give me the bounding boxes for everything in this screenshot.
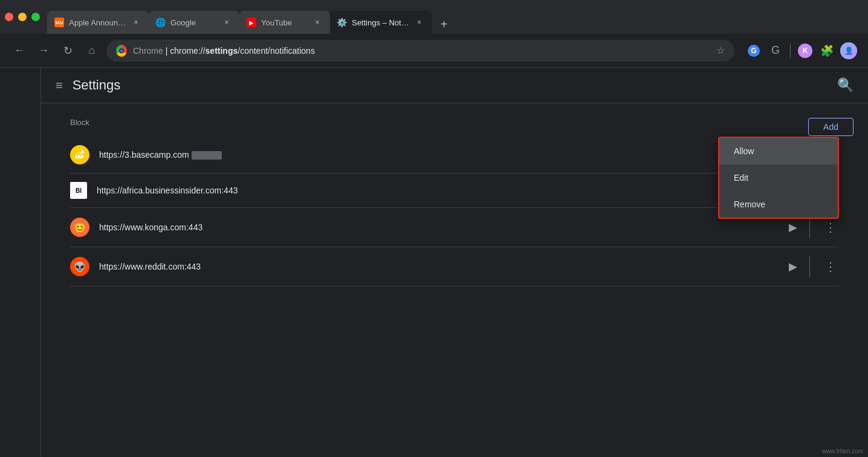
favicon-reddit: 👽 — [70, 257, 89, 276]
tab-title-settings: Settings – Not… — [352, 18, 409, 27]
entry-reddit: 👽 https://www.reddit.com:443 ▶ ⋮ — [70, 247, 839, 287]
expand-konga-icon[interactable]: ▶ — [789, 221, 797, 234]
new-tab-button[interactable]: + — [435, 15, 454, 34]
watermark: www.frfam.com — [822, 448, 863, 455]
home-icon: ⌂ — [89, 44, 96, 57]
tab-title-youtube: YouTube — [261, 18, 307, 27]
context-menu-edit[interactable]: Edit — [719, 164, 838, 191]
divider-reddit — [809, 256, 810, 277]
url-prefix: Chrome — [133, 46, 163, 56]
favicon-businessinsider: BI — [70, 182, 87, 199]
account-icon: K — [798, 44, 812, 58]
blurred-section — [192, 151, 222, 160]
context-menu: Allow Edit Remove — [718, 137, 839, 219]
toolbar-icons: G G K 🧩 👤 — [744, 41, 858, 60]
reload-icon: ↻ — [63, 44, 73, 57]
forward-button[interactable]: → — [34, 41, 53, 60]
translate-button[interactable]: G — [766, 41, 785, 60]
context-menu-allow[interactable]: Allow — [719, 138, 838, 164]
addressbar: ← → ↻ ⌂ Chrome | chrome://settings/conte… — [0, 34, 868, 68]
settings-search-icon[interactable]: 🔍 — [837, 77, 853, 93]
extensions-button[interactable]: 🧩 — [817, 41, 837, 60]
window-controls — [5, 13, 40, 21]
tab-close-google[interactable]: × — [221, 17, 232, 28]
add-button[interactable]: Add — [808, 118, 853, 136]
tab-favicon-settings: ⚙️ — [337, 18, 347, 27]
sidebar — [0, 68, 41, 457]
tab-close-youtube[interactable]: × — [312, 17, 323, 28]
url-reddit: https://www.reddit.com:443 — [99, 262, 779, 271]
tab-youtube[interactable]: ▶ YouTube × — [239, 11, 330, 34]
reload-button[interactable]: ↻ — [58, 41, 77, 60]
block-list: 🏕 https://3.basecamp.com Allow Edit Remo… — [70, 137, 839, 287]
tab-google[interactable]: 🌐 Google × — [149, 11, 239, 34]
settings-area: ≡ Settings 🔍 Block Add 🏕 https://3.basec… — [41, 68, 868, 457]
settings-title: Settings — [73, 77, 121, 93]
content-area: Block Add 🏕 https://3.basecamp.com Allow… — [41, 103, 868, 301]
back-icon: ← — [14, 44, 25, 57]
toolbar-separator — [790, 44, 791, 58]
window-minimize-button[interactable] — [18, 13, 27, 21]
tab-favicon-google: 🌐 — [156, 18, 166, 27]
more-options-konga[interactable]: ⋮ — [822, 218, 839, 237]
tab-favicon-youtube: ▶ — [247, 18, 256, 27]
entry-basecamp: 🏕 https://3.basecamp.com Allow Edit Remo… — [70, 137, 839, 173]
tab-favicon-makeuseof: MU — [54, 18, 64, 27]
context-menu-remove[interactable]: Remove — [719, 191, 838, 218]
favicon-konga: 😊 — [70, 218, 89, 237]
home-button[interactable]: ⌂ — [82, 41, 102, 60]
main-content: ≡ Settings 🔍 Block Add 🏕 https://3.basec… — [0, 68, 868, 457]
section-label: Block — [70, 118, 839, 127]
account-button[interactable]: K — [795, 41, 815, 60]
titlebar: MU Apple Announ… × 🌐 Google × ▶ YouTube … — [0, 0, 868, 34]
favicon-basecamp: 🏕 — [70, 145, 89, 164]
url-konga: https://www.konga.com:443 — [99, 222, 779, 232]
translate-icon: G — [771, 44, 780, 57]
extensions-icon: 🧩 — [820, 44, 834, 57]
tab-title-google: Google — [170, 18, 216, 27]
profile-avatar-button[interactable]: 👤 — [839, 41, 858, 60]
sidebar-menu-icon[interactable]: ≡ — [56, 79, 63, 92]
tab-close-makeuseof[interactable]: × — [131, 17, 141, 28]
avatar: 👤 — [840, 42, 857, 59]
bookmark-star-button[interactable]: ☆ — [716, 45, 725, 56]
url-path: chrome://settings/content/notifications — [170, 46, 315, 56]
grammarly-icon: G — [748, 45, 760, 57]
url-text: Chrome | chrome://settings/content/notif… — [133, 46, 710, 56]
settings-header: ≡ Settings 🔍 — [41, 68, 868, 103]
forward-icon: → — [38, 44, 49, 57]
grammarly-button[interactable]: G — [744, 41, 763, 60]
url-bar[interactable]: Chrome | chrome://settings/content/notif… — [106, 40, 734, 62]
tab-title-makeuseof: Apple Announ… — [69, 18, 126, 27]
expand-reddit-icon[interactable]: ▶ — [789, 260, 797, 273]
tab-close-settings[interactable]: × — [414, 17, 425, 28]
divider-konga — [809, 216, 810, 238]
tab-settings[interactable]: ⚙️ Settings – Not… × — [330, 11, 432, 34]
more-options-reddit[interactable]: ⋮ — [822, 257, 839, 276]
window-close-button[interactable] — [5, 13, 13, 21]
chrome-settings-icon — [116, 45, 127, 56]
tab-bar: MU Apple Announ… × 🌐 Google × ▶ YouTube … — [47, 0, 863, 34]
tab-makeuseof[interactable]: MU Apple Announ… × — [47, 11, 149, 34]
back-button[interactable]: ← — [10, 41, 29, 60]
window-maximize-button[interactable] — [31, 13, 40, 21]
